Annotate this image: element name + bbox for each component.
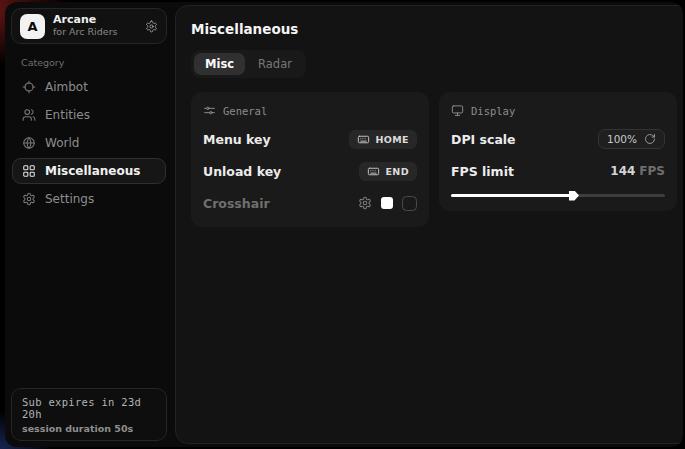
- fps-number: 144: [610, 164, 635, 178]
- fps-slider-fill: [451, 194, 573, 197]
- sidebar-item-entities[interactable]: Entities: [12, 102, 166, 128]
- fps-unit: FPS: [639, 164, 665, 178]
- display-card: Display DPI scale 100% FPS limit 144FPS: [439, 92, 677, 211]
- app-window: A Arcane for Arc Riders Category Aimbot: [5, 2, 683, 447]
- display-card-header: Display: [451, 104, 665, 117]
- crosshair-icon: [22, 80, 36, 94]
- sidebar-item-settings[interactable]: Settings: [12, 186, 166, 212]
- display-card-title: Display: [471, 105, 515, 117]
- monitor-icon: [451, 104, 464, 117]
- session-duration: session duration 50s: [22, 423, 156, 434]
- subscription-box: Sub expires in 23d 20h session duration …: [11, 388, 167, 441]
- menu-key-value: HOME: [375, 134, 409, 145]
- fps-slider[interactable]: [451, 194, 665, 197]
- dpi-scale-label: DPI scale: [451, 132, 516, 147]
- general-card: General Menu key HOME Unload key: [191, 92, 429, 227]
- profile-card: A Arcane for Arc Riders: [11, 8, 167, 44]
- fps-slider-thumb[interactable]: [569, 191, 579, 201]
- profile-settings-icon[interactable]: [145, 20, 158, 33]
- fps-limit-label: FPS limit: [451, 164, 514, 179]
- dpi-scale-value: 100%: [607, 133, 637, 145]
- dpi-scale-control[interactable]: 100%: [598, 129, 665, 149]
- grid-icon: [22, 164, 36, 178]
- menu-key-label: Menu key: [203, 132, 271, 147]
- sidebar-item-label: Aimbot: [45, 80, 88, 94]
- tab-misc[interactable]: Misc: [194, 53, 245, 75]
- keyboard-icon: [357, 133, 370, 146]
- sidebar-item-world[interactable]: World: [12, 130, 166, 156]
- dpi-scale-row: DPI scale 100%: [451, 129, 665, 149]
- refresh-icon[interactable]: [644, 133, 656, 145]
- crosshair-controls: [358, 196, 417, 211]
- unload-key-value: END: [385, 166, 409, 177]
- avatar: A: [20, 14, 45, 39]
- sidebar-item-label: Settings: [45, 192, 94, 206]
- crosshair-checkbox[interactable]: [402, 196, 417, 211]
- category-label: Category: [21, 57, 157, 68]
- users-icon: [22, 108, 36, 122]
- sliders-icon: [203, 104, 216, 117]
- menu-key-button[interactable]: HOME: [349, 130, 417, 149]
- crosshair-label: Crosshair: [203, 196, 270, 211]
- unload-key-row: Unload key END: [203, 161, 417, 181]
- crosshair-settings-icon[interactable]: [358, 196, 372, 210]
- keyboard-icon: [367, 165, 380, 178]
- sidebar-item-miscellaneous[interactable]: Miscellaneous: [12, 158, 166, 184]
- unload-key-button[interactable]: END: [359, 162, 417, 181]
- crosshair-color-swatch[interactable]: [381, 197, 393, 209]
- page-title: Miscellaneous: [191, 21, 677, 37]
- tab-bar: Misc Radar: [191, 50, 306, 78]
- sidebar-item-label: Miscellaneous: [45, 164, 140, 178]
- menu-key-row: Menu key HOME: [203, 129, 417, 149]
- fps-limit-value: 144FPS: [610, 164, 665, 178]
- cards-row: General Menu key HOME Unload key: [191, 92, 677, 227]
- gear-icon: [22, 192, 36, 206]
- general-card-title: General: [223, 105, 267, 117]
- sidebar-nav: Aimbot Entities World Miscellaneous: [11, 73, 167, 213]
- fps-limit-row: FPS limit 144FPS: [451, 161, 665, 181]
- globe-icon: [22, 136, 36, 150]
- sidebar-item-label: Entities: [45, 108, 90, 122]
- subscription-expires: Sub expires in 23d 20h: [22, 396, 156, 420]
- sidebar: A Arcane for Arc Riders Category Aimbot: [5, 2, 173, 447]
- profile-meta: Arcane for Arc Riders: [53, 14, 137, 38]
- app-background: { "colors": { "background": "#0b0b0b", "…: [0, 0, 685, 449]
- sidebar-item-aimbot[interactable]: Aimbot: [12, 74, 166, 100]
- unload-key-label: Unload key: [203, 164, 281, 179]
- profile-subtitle: for Arc Riders: [53, 27, 137, 38]
- sidebar-item-label: World: [45, 136, 79, 150]
- general-card-header: General: [203, 104, 417, 117]
- tab-radar[interactable]: Radar: [247, 53, 303, 75]
- main-panel: Miscellaneous Misc Radar General Menu ke…: [175, 5, 683, 444]
- profile-name: Arcane: [53, 14, 137, 27]
- crosshair-row: Crosshair: [203, 193, 417, 213]
